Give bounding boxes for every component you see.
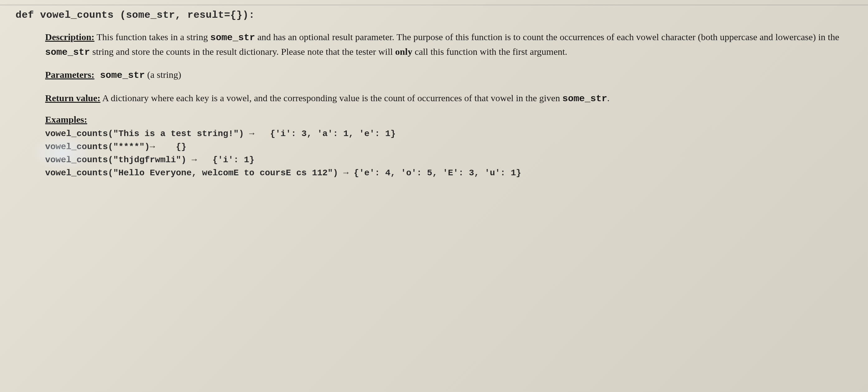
parameters-code: some_str [94,70,145,81]
parameters-text: (a string) [145,69,181,80]
function-signature: def vowel_counts (some_str, result={}): [16,9,852,21]
description-text-4: call this function with the first argume… [412,47,567,57]
return-label: Return value: [45,93,100,103]
description-code-1: some_str [210,32,255,43]
description-block: Description: This function takes in a st… [45,30,852,59]
example-line: vowel_counts("****")→ {} [45,141,852,153]
examples-block: Examples: vowel_counts("This is a test s… [45,114,852,180]
description-text-3: string and store the counts in the resul… [90,47,395,57]
example-line: vowel_counts("Hello Everyone, welcomE to… [45,167,852,180]
parameters-block: Parameters: some_str (a string) [45,68,852,83]
return-code: some_str [562,93,607,104]
return-block: Return value: A dictionary where each ke… [45,91,852,106]
description-text-2: and has an optional result parameter. Th… [255,32,839,42]
description-text-1: This function takes in a string [94,32,210,42]
description-label: Description: [45,32,94,42]
description-code-2: some_str [45,47,90,58]
example-line: vowel_counts("thjdgfrwmli") → {'i': 1} [45,153,852,167]
description-bold: only [395,47,412,57]
parameters-label: Parameters: [45,69,94,80]
return-text-2: . [607,93,610,103]
return-text-1: A dictionary where each key is a vowel, … [100,93,562,103]
example-line: vowel_counts("This is a test string!") →… [45,127,852,141]
examples-label: Examples: [45,114,852,125]
